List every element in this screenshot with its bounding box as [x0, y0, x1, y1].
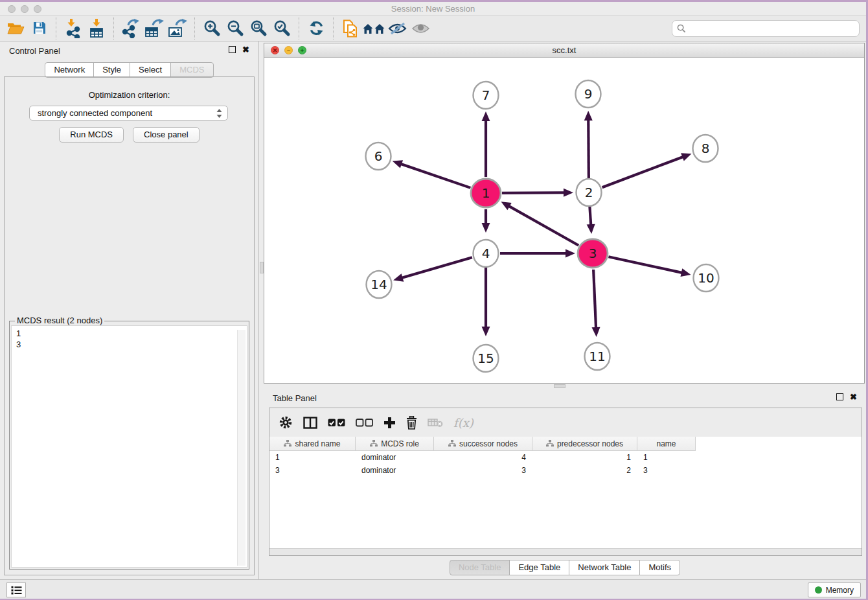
search-input[interactable] [672, 20, 860, 37]
mcds-result-area[interactable]: 1 3 [11, 325, 247, 568]
graph-edge[interactable] [508, 206, 578, 246]
tab-network[interactable]: Network [45, 62, 94, 78]
column-header-label: name [656, 439, 676, 448]
column-header-shared-name[interactable]: shared name [269, 437, 356, 450]
export-network-button[interactable] [119, 17, 143, 40]
tab-network-table[interactable]: Network Table [569, 560, 640, 575]
delete-table-button[interactable] [428, 413, 443, 432]
graph-edge-arrowhead [584, 111, 593, 121]
graph-edge-arrowhead [681, 268, 691, 277]
tab-mcds[interactable]: MCDS [170, 62, 213, 78]
column-header-predecessor-nodes[interactable]: predecessor nodes [532, 437, 637, 450]
column-header-name[interactable]: name [637, 437, 696, 450]
table-mode-button[interactable] [279, 413, 293, 432]
import-table-button[interactable] [85, 17, 108, 40]
show-panels-button[interactable] [6, 583, 26, 597]
clone-network-button[interactable] [339, 17, 362, 40]
tab-select[interactable]: Select [130, 62, 171, 78]
zoom-fit-icon [250, 19, 268, 37]
table-bottom-scrollbar[interactable] [269, 548, 862, 555]
graph-edge[interactable] [602, 157, 684, 188]
network-canvas[interactable]: 7968124314101511 [264, 58, 864, 383]
network-window-title: scc.txt [264, 45, 864, 55]
first-neighbors-button[interactable] [362, 17, 385, 40]
graph-node[interactable]: 10 [694, 264, 719, 292]
graph-edge[interactable] [608, 257, 682, 273]
graph-node[interactable]: 11 [585, 343, 610, 370]
graph-node[interactable]: 6 [366, 143, 391, 170]
column-header-successor-nodes[interactable]: successor nodes [434, 437, 532, 450]
zoom-in-button[interactable] [200, 17, 223, 40]
table-row[interactable]: 1dominator411 [269, 451, 862, 464]
unselect-all-columns-button[interactable] [356, 413, 373, 432]
result-scrollbar[interactable] [237, 330, 246, 566]
zoom-selected-button[interactable] [270, 17, 293, 40]
graph-edge[interactable] [593, 270, 596, 329]
control-panel-tabs: Network Style Select MCDS [0, 62, 258, 78]
export-image-button[interactable] [166, 17, 189, 40]
select-all-columns-button[interactable] [328, 413, 345, 432]
table-tabs: Node Table Edge Table Network Table Moti… [264, 560, 866, 575]
table-row[interactable]: 3dominator323 [269, 464, 862, 477]
eye-slash-icon [388, 22, 407, 35]
graph-node[interactable]: 2 [577, 179, 602, 206]
column-header-MCDS-role[interactable]: MCDS role [356, 437, 434, 450]
eye-icon [411, 23, 430, 34]
close-panel-icon[interactable]: ✖ [242, 46, 249, 53]
status-bar: Memory [0, 579, 866, 599]
graph-node[interactable]: 3 [578, 239, 608, 268]
import-network-button[interactable] [62, 17, 85, 40]
graph-node[interactable]: 1 [471, 179, 501, 207]
graph-edge[interactable] [588, 119, 589, 178]
graph-node[interactable]: 9 [576, 80, 601, 108]
graph-edge-arrowhead [564, 189, 573, 197]
graph-node[interactable]: 7 [474, 82, 499, 109]
toolbar-separator [56, 17, 56, 40]
graph-node-label: 14 [371, 277, 387, 292]
graph-edge[interactable] [502, 192, 565, 193]
zoom-out-button[interactable] [223, 17, 247, 40]
table-toolbar: f(x) [269, 408, 862, 437]
column-header-label: shared name [295, 439, 340, 448]
tab-node-table[interactable]: Node Table [450, 560, 510, 575]
delete-columns-button[interactable] [406, 413, 417, 432]
close-panel-button[interactable]: Close panel [133, 127, 200, 143]
criterion-select[interactable]: strongly connected component [29, 106, 228, 121]
graph-edge[interactable] [402, 257, 472, 278]
function-builder-button[interactable]: f(x) [453, 413, 474, 432]
tab-motifs[interactable]: Motifs [639, 560, 680, 575]
run-mcds-button[interactable]: Run MCDS [59, 127, 124, 143]
trash-icon [406, 416, 417, 430]
create-column-button[interactable] [383, 413, 396, 432]
float-panel-icon[interactable] [836, 393, 843, 400]
show-all-button[interactable] [409, 17, 432, 40]
horizontal-splitter[interactable] [264, 384, 866, 389]
refresh-view-button[interactable] [304, 17, 328, 40]
float-panel-icon[interactable] [229, 46, 236, 53]
tab-style[interactable]: Style [93, 62, 130, 78]
graph-edge[interactable] [400, 164, 470, 188]
memory-button[interactable]: Memory [808, 583, 861, 597]
save-session-button[interactable] [27, 17, 51, 40]
show-columns-button[interactable] [303, 413, 317, 432]
graph-edge-arrowhead [681, 153, 691, 161]
toolbar-separator [113, 17, 114, 40]
graph-node[interactable]: 4 [474, 240, 499, 267]
graph-edge[interactable] [589, 207, 591, 225]
graph-edge-arrowhead [482, 111, 490, 121]
column-type-icon [448, 440, 456, 447]
open-session-button[interactable] [4, 17, 27, 40]
hide-selected-button[interactable] [385, 17, 409, 40]
splitter-grip[interactable] [260, 262, 264, 273]
table-cell: dominator [356, 453, 434, 462]
vertical-splitter[interactable] [259, 41, 264, 579]
export-table-button[interactable] [143, 17, 166, 40]
graph-node[interactable]: 14 [367, 271, 392, 298]
graph-node[interactable]: 8 [693, 135, 718, 162]
tab-edge-table[interactable]: Edge Table [509, 560, 569, 575]
splitter-grip[interactable] [554, 384, 565, 388]
graph-node[interactable]: 15 [474, 345, 499, 372]
network-view-window: ✕ − + scc.txt 7968124314101511 [264, 43, 865, 384]
close-panel-icon[interactable]: ✖ [850, 393, 857, 400]
zoom-fit-button[interactable] [247, 17, 270, 40]
